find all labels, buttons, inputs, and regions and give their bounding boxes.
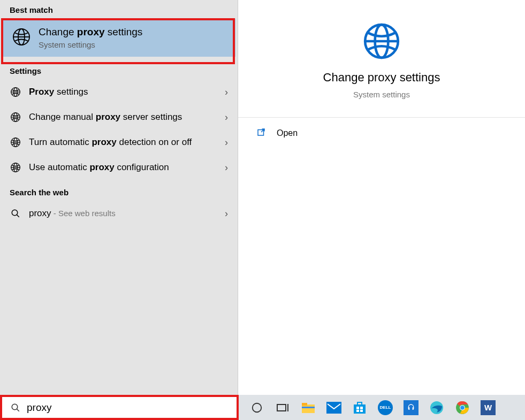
chevron-right-icon: › xyxy=(225,137,228,148)
cortana-icon[interactable] xyxy=(244,395,270,420)
svg-rect-33 xyxy=(356,407,359,409)
search-icon xyxy=(11,403,20,413)
chevron-right-icon: › xyxy=(225,208,228,219)
chevron-right-icon: › xyxy=(225,162,228,173)
result-label: Change manual proxy server settings xyxy=(29,111,219,124)
globe-icon xyxy=(10,137,21,148)
taskbar-icons: DELL W xyxy=(244,395,501,420)
svg-line-16 xyxy=(17,215,19,217)
best-match-subtitle: System settings xyxy=(39,40,142,49)
search-icon xyxy=(10,209,21,218)
svg-point-22 xyxy=(12,404,18,410)
svg-rect-25 xyxy=(277,404,286,411)
search-input[interactable] xyxy=(27,402,237,414)
svg-line-23 xyxy=(17,409,19,411)
svg-rect-34 xyxy=(360,407,363,409)
svg-rect-36 xyxy=(360,410,363,412)
result-label: proxy - See web results xyxy=(29,208,219,220)
support-icon[interactable] xyxy=(398,395,424,420)
word-icon[interactable]: W xyxy=(475,395,501,420)
globe-icon xyxy=(12,27,31,49)
open-icon xyxy=(256,127,277,139)
web-result-proxy[interactable]: proxy - See web results › xyxy=(0,201,238,226)
mail-icon[interactable] xyxy=(321,395,347,420)
settings-result-auto-proxy-toggle[interactable]: Turn automatic proxy detection on or off… xyxy=(0,130,238,155)
best-match-title: Change proxy settings xyxy=(39,26,142,38)
web-header: Search the web xyxy=(0,180,238,201)
svg-point-40 xyxy=(460,406,465,410)
svg-rect-27 xyxy=(302,404,315,413)
globe-icon xyxy=(362,54,401,63)
chevron-right-icon: › xyxy=(225,87,228,98)
fileexplorer-icon[interactable] xyxy=(295,395,321,420)
best-match-result[interactable]: Change proxy settings System settings xyxy=(2,19,235,57)
store-icon[interactable] xyxy=(347,395,372,420)
best-match-text: Change proxy settings System settings xyxy=(39,26,142,49)
preview-title: Change proxy settings xyxy=(238,71,525,85)
preview-hero: Change proxy settings System settings xyxy=(238,0,525,118)
svg-rect-30 xyxy=(326,402,341,414)
search-results-left: Best match Change proxy settings System … xyxy=(0,0,238,395)
svg-rect-31 xyxy=(354,404,366,414)
search-preview-right: Change proxy settings System settings Op… xyxy=(238,0,525,395)
chevron-right-icon: › xyxy=(225,112,228,123)
preview-subtitle: System settings xyxy=(238,90,525,99)
svg-rect-28 xyxy=(302,403,307,406)
settings-result-manual-proxy[interactable]: Change manual proxy server settings › xyxy=(0,105,238,130)
svg-point-24 xyxy=(253,403,262,412)
taskbar: DELL W xyxy=(0,395,525,420)
settings-header: Settings xyxy=(0,57,238,80)
settings-result-auto-proxy-config[interactable]: Use automatic proxy configuration › xyxy=(0,155,238,180)
result-label: Proxy settings xyxy=(29,86,219,98)
dell-icon[interactable]: DELL xyxy=(372,395,398,420)
svg-rect-32 xyxy=(357,402,362,405)
open-action[interactable]: Open xyxy=(238,118,525,149)
best-match-header: Best match xyxy=(0,0,238,19)
chrome-icon[interactable] xyxy=(450,395,475,420)
result-label: Use automatic proxy configuration xyxy=(29,162,219,174)
edge-icon[interactable] xyxy=(424,395,450,420)
result-label: Turn automatic proxy detection on or off xyxy=(29,136,219,149)
globe-icon xyxy=(10,112,21,123)
svg-rect-29 xyxy=(302,407,315,408)
globe-icon xyxy=(10,162,21,173)
taskbar-search-box[interactable] xyxy=(2,397,237,418)
globe-icon xyxy=(10,87,21,97)
svg-rect-35 xyxy=(356,410,359,412)
open-label: Open xyxy=(277,128,298,138)
start-search-panel: Best match Change proxy settings System … xyxy=(0,0,525,395)
settings-result-proxy-settings[interactable]: Proxy settings › xyxy=(0,80,238,105)
svg-point-15 xyxy=(12,210,18,216)
taskview-icon[interactable] xyxy=(270,395,295,420)
